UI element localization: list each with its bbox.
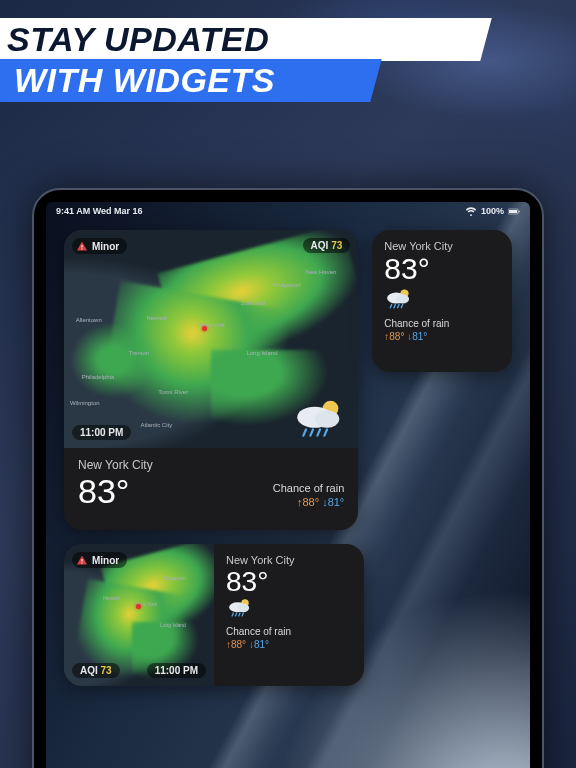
- high-temp: 88°: [302, 496, 319, 508]
- current-temp: 83°: [78, 474, 153, 508]
- ipad-frame: 9:41 AM Wed Mar 16 100%: [32, 188, 544, 768]
- svg-point-7: [315, 410, 340, 428]
- headline-line-1: STAY UPDATED: [0, 18, 492, 61]
- map-city-label: New Haven: [305, 269, 336, 275]
- aqi-value: 73: [101, 665, 112, 676]
- city-name: New York City: [226, 554, 352, 566]
- condition-text: Chance of rain: [273, 482, 345, 494]
- low-temp: 81°: [328, 496, 345, 508]
- svg-rect-3: [82, 245, 83, 248]
- map-city-label: Newark: [103, 595, 120, 601]
- map-city-label: Long Island: [160, 622, 186, 628]
- aqi-badge: AQI 73: [303, 238, 351, 253]
- widget-footer: New York City 83° Chance of rain ↑88° ↓8…: [64, 448, 358, 518]
- map-city-label: Philadelphia: [82, 374, 115, 380]
- svg-rect-1: [509, 210, 517, 213]
- headline-text-1: STAY UPDATED: [7, 20, 269, 59]
- map-city-label: Trenton: [129, 350, 149, 356]
- city-name: New York City: [384, 240, 500, 252]
- headline-text-2: WITH WIDGETS: [14, 61, 275, 100]
- map-city-label: Wilmington: [70, 400, 100, 406]
- alert-badge: Minor: [72, 552, 127, 568]
- map-city-label: Atlantic City: [141, 422, 173, 428]
- alert-triangle-icon: [76, 240, 88, 252]
- map-city-label: Bridgeport: [163, 575, 186, 581]
- current-temp: 83°: [226, 568, 352, 596]
- map-city-label: Newark: [146, 315, 166, 321]
- svg-rect-4: [82, 249, 83, 250]
- condition-text: Chance of rain: [226, 626, 352, 637]
- widget-row-1: Newark New York Long Island Philadelphia…: [64, 230, 512, 530]
- condition-text: Chance of rain: [384, 318, 500, 329]
- status-time-date: 9:41 AM Wed Mar 16: [56, 206, 143, 216]
- map-city-label: Stamford: [241, 300, 265, 306]
- city-name: New York City: [78, 458, 153, 472]
- svg-point-15: [238, 604, 250, 612]
- map-city-label: Toms River: [158, 389, 188, 395]
- widget-info-panel: New York City 83° Chance of rain ↑88°: [214, 544, 364, 686]
- aqi-label: AQI: [80, 665, 98, 676]
- alert-triangle-icon: [76, 554, 88, 566]
- map-city-label: Bridgeport: [273, 282, 301, 288]
- promo-headline: STAY UPDATED WITH WIDGETS: [0, 0, 576, 112]
- alert-badge: Minor: [72, 238, 127, 254]
- ipad-screen: 9:41 AM Wed Mar 16 100%: [46, 202, 530, 768]
- map-city-label: Allentown: [76, 317, 102, 323]
- radar-map-large: Newark New York Long Island Philadelphia…: [64, 230, 358, 448]
- weather-rain-icon: [292, 398, 348, 444]
- map-city-label: Long Island: [246, 350, 277, 356]
- weather-radar-widget-medium[interactable]: New York Newark Long Island Bridgeport M…: [64, 544, 364, 686]
- battery-icon: [508, 207, 520, 216]
- aqi-badge: AQI 73: [72, 663, 120, 678]
- radar-time-badge: 11:00 PM: [72, 425, 131, 440]
- svg-rect-11: [82, 559, 83, 562]
- alert-label: Minor: [92, 555, 119, 566]
- hi-lo: ↑88° ↓81°: [226, 639, 352, 650]
- wifi-icon: [465, 207, 477, 216]
- weather-widget-small[interactable]: New York City 83° Chance of rain ↑88°: [372, 230, 512, 372]
- headline-line-2: WITH WIDGETS: [0, 59, 382, 102]
- weather-rain-icon: [384, 288, 500, 314]
- current-temp: 83°: [384, 254, 500, 284]
- high-temp: 88°: [389, 331, 404, 342]
- svg-rect-2: [519, 210, 520, 212]
- svg-point-10: [397, 294, 410, 303]
- radar-map-medium: New York Newark Long Island Bridgeport M…: [64, 544, 214, 686]
- location-marker: [136, 604, 141, 609]
- battery-percent: 100%: [481, 206, 504, 216]
- radar-time: 11:00 PM: [80, 427, 123, 438]
- hi-lo: ↑88° ↓81°: [273, 496, 345, 508]
- hi-lo: ↑88° ↓81°: [384, 331, 500, 342]
- low-temp: 81°: [254, 639, 269, 650]
- alert-label: Minor: [92, 241, 119, 252]
- radar-time: 11:00 PM: [155, 665, 198, 676]
- status-right: 100%: [465, 206, 520, 216]
- aqi-value: 73: [331, 240, 342, 251]
- low-temp: 81°: [412, 331, 427, 342]
- svg-rect-12: [82, 563, 83, 564]
- weather-radar-widget-large[interactable]: Newark New York Long Island Philadelphia…: [64, 230, 358, 530]
- high-temp: 88°: [231, 639, 246, 650]
- weather-rain-icon: [226, 598, 352, 622]
- aqi-label: AQI: [311, 240, 329, 251]
- radar-time-badge: 11:00 PM: [147, 663, 206, 678]
- status-bar: 9:41 AM Wed Mar 16 100%: [46, 202, 530, 220]
- widget-area: Newark New York Long Island Philadelphia…: [46, 220, 530, 696]
